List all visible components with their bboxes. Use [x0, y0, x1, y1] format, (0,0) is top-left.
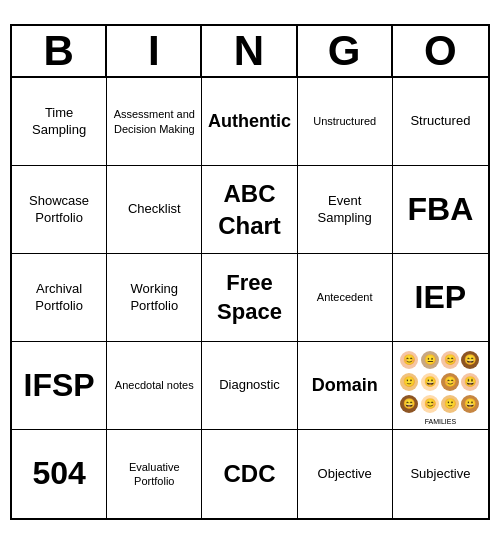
cell-1-5: Structured [393, 78, 488, 166]
cell-1-3: Authentic [202, 78, 297, 166]
face: 😀 [461, 395, 479, 413]
cell-text: Time Sampling [16, 105, 102, 139]
face: 😊 [441, 373, 459, 391]
cell-text: IEP [415, 277, 467, 319]
cell-text: IFSP [24, 365, 95, 407]
header-i: I [107, 26, 202, 76]
cell-text: Working Portfolio [111, 281, 197, 315]
face: 😐 [421, 351, 439, 369]
header-g: G [298, 26, 393, 76]
cell-3-5: IEP [393, 254, 488, 342]
cell-4-1: IFSP [12, 342, 107, 430]
cell-text: Event Sampling [302, 193, 388, 227]
cell-text: Evaluative Portfolio [111, 460, 197, 489]
cell-5-5: Subjective [393, 430, 488, 518]
cell-4-3: Diagnostic [202, 342, 297, 430]
face: 🙂 [441, 395, 459, 413]
header-n: N [202, 26, 297, 76]
cell-text: Anecdotal notes [115, 378, 194, 392]
cell-text: ABC Chart [206, 178, 292, 240]
cell-1-2: Assessment and Decision Making [107, 78, 202, 166]
face: 😊 [441, 351, 459, 369]
cell-text: Structured [410, 113, 470, 130]
cell-4-4: Domain [298, 342, 393, 430]
cell-text: Domain [312, 374, 378, 397]
cell-text: CDC [223, 458, 275, 489]
cell-3-1: Archival Portfolio [12, 254, 107, 342]
cell-5-1: 504 [12, 430, 107, 518]
face: 😊 [400, 351, 418, 369]
face: 😄 [400, 395, 418, 413]
cell-1-1: Time Sampling [12, 78, 107, 166]
cell-text: Objective [318, 466, 372, 483]
cell-3-2: Working Portfolio [107, 254, 202, 342]
cell-3-4: Antecedent [298, 254, 393, 342]
face: 😄 [461, 351, 479, 369]
face: 😀 [421, 373, 439, 391]
cell-5-4: Objective [298, 430, 393, 518]
cell-5-2: Evaluative Portfolio [107, 430, 202, 518]
cell-text: Diagnostic [219, 377, 280, 394]
cell-text: Free Space [206, 269, 292, 326]
faces-image: 😊 😐 😊 😄 🙂 😀 😊 😃 😄 😊 🙂 😀 FAMILIES [400, 351, 480, 421]
faces-grid: 😊 😐 😊 😄 🙂 😀 😊 😃 😄 😊 🙂 😀 [400, 351, 480, 416]
cell-text: FBA [408, 189, 474, 231]
cell-text: Assessment and Decision Making [111, 107, 197, 136]
cell-text: Checklist [128, 201, 181, 218]
face: 😃 [461, 373, 479, 391]
cell-text: Unstructured [313, 114, 376, 128]
bingo-grid: Time Sampling Assessment and Decision Ma… [12, 78, 488, 518]
cell-text: Subjective [410, 466, 470, 483]
cell-text: Archival Portfolio [16, 281, 102, 315]
cell-4-2: Anecdotal notes [107, 342, 202, 430]
cell-2-4: Event Sampling [298, 166, 393, 254]
cell-2-2: Checklist [107, 166, 202, 254]
cell-4-5-image: 😊 😐 😊 😄 🙂 😀 😊 😃 😄 😊 🙂 😀 FAMILIES [393, 342, 488, 430]
cell-3-3-free: Free Space [202, 254, 297, 342]
bingo-card: B I N G O Time Sampling Assessment and D… [10, 24, 490, 520]
cell-text: 504 [32, 453, 85, 495]
cell-2-5: FBA [393, 166, 488, 254]
cell-5-3: CDC [202, 430, 297, 518]
face: 😊 [421, 395, 439, 413]
cell-2-1: Showcase Portfolio [12, 166, 107, 254]
bingo-header: B I N G O [12, 26, 488, 78]
cell-text: Authentic [208, 110, 291, 133]
cell-text: Showcase Portfolio [16, 193, 102, 227]
cell-2-3: ABC Chart [202, 166, 297, 254]
header-o: O [393, 26, 488, 76]
cell-1-4: Unstructured [298, 78, 393, 166]
faces-label: FAMILIES [400, 418, 480, 425]
face: 🙂 [400, 373, 418, 391]
header-b: B [12, 26, 107, 76]
cell-text: Antecedent [317, 290, 373, 304]
